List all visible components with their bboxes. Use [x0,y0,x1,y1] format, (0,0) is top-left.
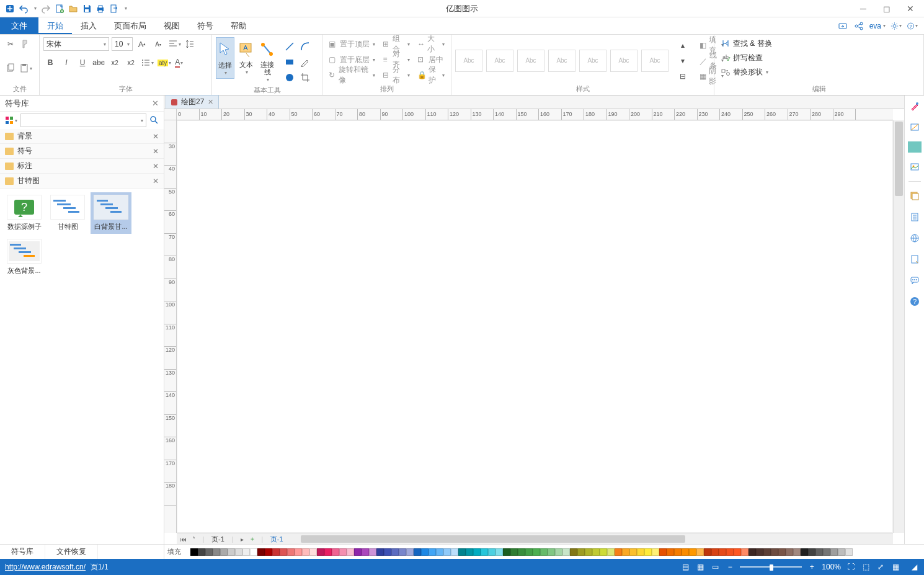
style-preset-2[interactable]: Abc [486,50,513,72]
font-size-combo[interactable]: 10▾ [112,37,133,51]
color-swatch[interactable] [265,548,272,556]
horizontal-scrollbar[interactable]: ⏮ ˄ | 页-1 | ▸ ＋ | 页-1 [177,533,893,544]
color-swatch[interactable] [637,548,644,556]
style-preset-6[interactable]: Abc [610,50,637,72]
resize-grip-icon[interactable]: ◢ [909,562,919,572]
superscript-icon[interactable]: x2 [124,56,138,69]
bold-icon[interactable]: B [43,56,57,69]
color-swatch[interactable] [615,548,622,556]
shape-white-bg-gantt[interactable]: 白背景甘... [91,192,131,234]
view-mode-3-icon[interactable]: ▭ [710,562,720,572]
color-swatch[interactable] [555,548,562,556]
color-swatch[interactable] [220,548,228,556]
color-swatch[interactable] [667,548,674,556]
spell-check-button[interactable]: ab拼写检查 [718,51,775,64]
color-swatch[interactable] [354,548,362,556]
app-logo-icon[interactable] [4,2,16,15]
export-icon[interactable] [108,2,120,15]
color-swatch[interactable] [533,548,540,556]
color-swatch[interactable] [815,548,823,556]
save-icon[interactable] [81,2,93,15]
canvas[interactable] [177,120,893,533]
color-swatch[interactable] [562,548,570,556]
text-tool[interactable]: A 文本 ▾ [237,37,255,78]
styles-up-icon[interactable]: ▴ [676,38,690,52]
color-swatch[interactable] [682,548,689,556]
grow-font-icon[interactable]: A▴ [135,37,149,51]
color-swatch[interactable] [823,548,830,556]
bottom-tab-recover[interactable]: 文件恢复 [45,545,98,559]
connector-tool[interactable]: 连接线 ▾ [258,37,277,85]
page-tab-2[interactable]: 页-1 [268,535,286,544]
zoom-in-icon[interactable]: + [807,562,817,572]
color-swatch[interactable] [436,548,443,556]
category-callouts[interactable]: 标注✕ [0,159,164,174]
color-swatch[interactable] [495,548,503,556]
find-replace-button[interactable]: 查找 & 替换 [718,37,775,50]
color-swatch[interactable] [228,548,235,556]
color-swatch[interactable] [190,548,198,556]
color-swatch[interactable] [652,548,659,556]
tab-close-icon[interactable]: ✕ [208,98,213,106]
color-swatch[interactable] [689,548,696,556]
cat-close-icon[interactable]: ✕ [153,177,159,185]
color-swatch[interactable] [600,548,607,556]
color-swatch[interactable] [198,548,205,556]
zoom-slider[interactable] [740,566,802,568]
picture-panel-icon[interactable] [908,160,922,174]
color-swatch[interactable] [414,548,421,556]
color-swatch[interactable] [801,548,808,556]
maximize-button[interactable]: ◻ [876,1,898,16]
color-swatch[interactable] [324,548,332,556]
layers-panel-icon[interactable] [908,189,922,203]
color-swatch[interactable] [280,548,287,556]
share-icon[interactable] [853,20,864,32]
highlight-icon[interactable]: aty▾ [157,56,172,69]
select-tool[interactable]: 选择 ▾ [216,37,234,79]
bullets-icon[interactable]: ▾ [140,56,154,69]
cat-close-icon[interactable]: ✕ [153,147,159,156]
fit-page-icon[interactable]: ⛶ [846,562,856,572]
view-mode-1-icon[interactable]: ▤ [680,562,690,572]
color-swatch[interactable] [242,548,250,556]
color-swatch[interactable] [295,548,302,556]
color-swatch[interactable] [540,548,548,556]
color-swatch[interactable] [376,548,384,556]
theme-panel-icon[interactable] [908,141,922,153]
tab-insert[interactable]: 插入 [72,17,105,34]
color-swatch[interactable] [257,548,265,556]
category-gantt[interactable]: 甘特图✕ [0,174,164,189]
color-swatch[interactable] [317,548,324,556]
styles-down-icon[interactable]: ▾ [676,54,690,68]
color-swatch[interactable] [741,548,749,556]
line-shape-icon[interactable] [283,40,296,53]
shrink-font-icon[interactable]: A▾ [151,37,165,51]
color-swatch[interactable] [362,548,369,556]
color-swatch[interactable] [644,548,652,556]
library-filter-icon[interactable]: ▾ [4,114,18,127]
cut-icon[interactable]: ✂ [4,37,17,51]
color-swatch[interactable] [421,548,429,556]
font-name-combo[interactable]: 宋体▾ [43,37,109,51]
replace-shape-button[interactable]: 替换形状▾ [718,66,775,78]
color-swatch[interactable] [696,548,704,556]
color-swatch[interactable] [406,548,414,556]
style-preset-4[interactable]: Abc [548,50,575,72]
color-swatch[interactable] [302,548,309,556]
styles-more-icon[interactable]: ⊟ [676,69,690,83]
page-up-icon[interactable]: ˄ [189,535,198,543]
page-next-icon[interactable]: ▸ [238,535,247,543]
color-swatch[interactable] [808,548,815,556]
color-swatch[interactable] [607,548,615,556]
color-swatch[interactable] [473,548,481,556]
color-swatch[interactable] [399,548,406,556]
style-preset-1[interactable]: Abc [455,50,482,72]
rect-shape-icon[interactable] [283,55,296,69]
color-swatch[interactable] [384,548,391,556]
bring-front-button[interactable]: ▣置于顶层▾ [326,37,378,51]
color-swatch[interactable] [749,548,756,556]
color-swatch[interactable] [786,548,793,556]
color-swatch[interactable] [481,548,488,556]
color-swatch[interactable] [793,548,801,556]
tab-home[interactable]: 开始 [38,17,72,34]
